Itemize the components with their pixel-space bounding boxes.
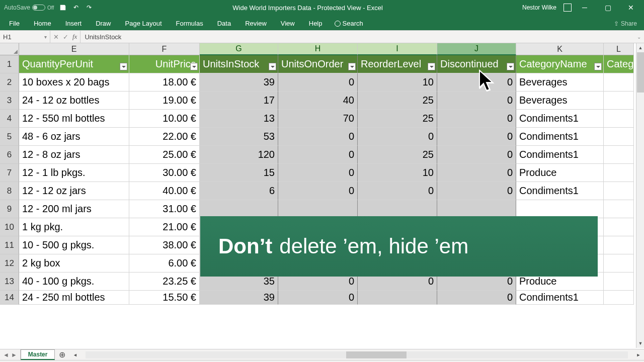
redo-icon[interactable]: ↷	[85, 4, 93, 12]
tab-insert[interactable]: Insert	[58, 17, 89, 30]
expand-formula-icon[interactable]: ⌄	[634, 34, 644, 40]
cell[interactable]: 0	[437, 128, 516, 146]
cell[interactable]: 0	[437, 92, 516, 110]
cell[interactable]: 25	[358, 146, 437, 164]
col-header-K[interactable]: K	[516, 43, 604, 55]
cell[interactable]	[604, 128, 634, 146]
cell[interactable]: 13	[200, 110, 278, 128]
tab-page-layout[interactable]: Page Layout	[118, 17, 169, 30]
cell[interactable]	[604, 218, 634, 236]
horizontal-scrollbar[interactable]: ◄ ►	[69, 349, 644, 360]
col-header-F[interactable]: F	[129, 43, 200, 55]
filter-icon[interactable]	[120, 63, 127, 70]
maximize-button[interactable]: ▢	[598, 1, 618, 15]
cell[interactable]	[358, 291, 437, 305]
fx-icon[interactable]: fx	[72, 33, 77, 41]
scrollbar-thumb[interactable]	[637, 52, 644, 93]
tab-review[interactable]: Review	[238, 17, 274, 30]
row-header[interactable]: 6	[0, 146, 19, 164]
hdr-unitsonorder[interactable]: UnitsOnOrder	[278, 55, 358, 73]
cell[interactable]	[604, 254, 634, 273]
cell[interactable]: 70	[278, 110, 358, 128]
cell[interactable]: 39	[200, 73, 278, 92]
cell[interactable]: 30.00 €	[129, 164, 200, 182]
cell[interactable]: 24 - 12 oz bottles	[19, 92, 129, 110]
cell[interactable]: 0	[437, 146, 516, 164]
cell[interactable]	[358, 200, 437, 218]
row-header[interactable]: 5	[0, 128, 19, 146]
tab-draw[interactable]: Draw	[89, 17, 118, 30]
hdr-discontinued[interactable]: Discontinued	[437, 55, 516, 73]
hdr-quantityperunit[interactable]: QuantityPerUnit	[19, 55, 129, 73]
ribbon-options-icon[interactable]	[564, 4, 572, 12]
cell[interactable]: 6.00 €	[129, 254, 200, 273]
cell[interactable]: 48 - 6 oz jars	[19, 128, 129, 146]
row-header[interactable]: 12	[0, 254, 19, 273]
cell[interactable]: Produce	[516, 164, 604, 182]
vertical-scrollbar[interactable]: ▲ ▼	[636, 43, 644, 348]
row-header[interactable]: 10	[0, 218, 19, 236]
filter-icon[interactable]	[507, 63, 514, 70]
hdr-unitsinstock[interactable]: UnitsInStock	[200, 55, 278, 73]
user-name[interactable]: Nestor Wilke	[522, 4, 556, 11]
worksheet-grid[interactable]: E F G H I J K L 1 QuantityPerUnit UnitPr…	[0, 43, 644, 349]
scroll-track[interactable]	[86, 351, 628, 358]
cell[interactable]: 22.00 €	[129, 128, 200, 146]
cell[interactable]: 40	[278, 92, 358, 110]
cell[interactable]	[604, 146, 634, 164]
cell[interactable]: 39	[200, 291, 278, 305]
cell[interactable]: 10 - 500 g pkgs.	[19, 236, 129, 254]
autosave-toggle[interactable]: AutoSave Off	[4, 4, 54, 11]
row-header[interactable]: 13	[0, 273, 19, 291]
cell[interactable]: 12 - 8 oz jars	[19, 146, 129, 164]
hdr-unitprice[interactable]: UnitPrice	[129, 55, 200, 73]
cell[interactable]: 0	[437, 164, 516, 182]
row-header[interactable]: 7	[0, 164, 19, 182]
cell[interactable]	[604, 273, 634, 291]
hdr-categoryname[interactable]: CategoryName	[516, 55, 604, 73]
minimize-button[interactable]: ─	[575, 1, 595, 15]
cell[interactable]	[437, 200, 516, 218]
close-button[interactable]: ✕	[621, 1, 641, 15]
cell[interactable]: 10 boxes x 20 bags	[19, 73, 129, 92]
add-sheet-button[interactable]: ⊕	[55, 349, 69, 360]
cell[interactable]: 31.00 €	[129, 200, 200, 218]
cell[interactable]: Condiments1	[516, 291, 604, 305]
col-header-G[interactable]: G	[200, 43, 278, 55]
cell[interactable]: Condiments1	[516, 182, 604, 200]
cell[interactable]: 17	[200, 92, 278, 110]
cell[interactable]: 0	[278, 182, 358, 200]
cell[interactable]	[604, 236, 634, 254]
tab-data[interactable]: Data	[210, 17, 238, 30]
hdr-reorderlevel[interactable]: ReorderLevel	[358, 55, 437, 73]
cell[interactable]: 25.00 €	[129, 146, 200, 164]
cell[interactable]: 1 kg pkg.	[19, 218, 129, 236]
cell[interactable]	[278, 200, 358, 218]
col-header-H[interactable]: H	[278, 43, 358, 55]
cell[interactable]: 0	[437, 110, 516, 128]
cell[interactable]	[516, 200, 604, 218]
cell[interactable]: 12 - 550 ml bottles	[19, 110, 129, 128]
cell[interactable]	[604, 92, 634, 110]
col-header-I[interactable]: I	[358, 43, 437, 55]
cell[interactable]: Condiments1	[516, 146, 604, 164]
cell[interactable]: 0	[437, 182, 516, 200]
cell[interactable]: 0	[437, 73, 516, 92]
row-header-1[interactable]: 1	[0, 55, 19, 73]
scroll-thumb[interactable]	[346, 351, 407, 358]
cell[interactable]: 2 kg box	[19, 254, 129, 273]
tab-file[interactable]: File	[2, 17, 27, 30]
cell[interactable]: 12 - 200 ml jars	[19, 200, 129, 218]
cell[interactable]	[604, 73, 634, 92]
col-header-J[interactable]: J	[437, 43, 516, 55]
col-header-L[interactable]: L	[604, 43, 634, 55]
tab-formulas[interactable]: Formulas	[169, 17, 210, 30]
cell[interactable]: Condiments1	[516, 128, 604, 146]
cell[interactable]: 40.00 €	[129, 182, 200, 200]
cell[interactable]: 0	[278, 73, 358, 92]
cell[interactable]: 15	[200, 164, 278, 182]
cell[interactable]	[604, 182, 634, 200]
cancel-formula-icon[interactable]: ✕	[53, 33, 59, 41]
row-header[interactable]: 8	[0, 182, 19, 200]
row-header[interactable]: 9	[0, 200, 19, 218]
